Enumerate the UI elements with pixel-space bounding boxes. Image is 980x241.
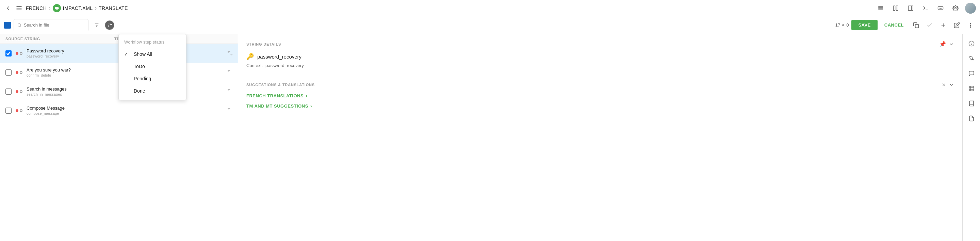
source-main-2: Are you sure you war? [27, 67, 128, 72]
french-translations-label: FRENCH TRANSLATIONS [247, 93, 304, 98]
top-nav: FRENCH › IMPACT.XML › TRANSLATE [0, 0, 980, 16]
svg-point-34 [970, 24, 971, 25]
dropdown-menu: Workflow step status ✓ Show All ✓ ToDo ✓… [118, 34, 186, 100]
right-panel: STRING DETAILS 📌 🔑 password_recovery Con… [238, 34, 962, 241]
svg-rect-11 [908, 6, 913, 11]
row-checkbox-2[interactable] [5, 69, 11, 75]
red-indicator [16, 71, 18, 74]
source-key-4: compose_message [27, 111, 128, 115]
svg-rect-14 [938, 6, 943, 10]
string-key-row: 🔑 password_recovery [247, 53, 954, 60]
svg-point-35 [970, 27, 971, 27]
edit-button[interactable] [951, 20, 962, 30]
row-indicators-3 [16, 90, 22, 93]
keyboard-icon[interactable] [935, 3, 946, 14]
string-details-title: STRING DETAILS [247, 42, 281, 46]
dropdown-label-todo: ToDo [134, 64, 145, 69]
main-toolbar: 17 0 SAVE CANCEL [0, 16, 980, 34]
save-button[interactable]: SAVE [851, 20, 877, 30]
cancel-button[interactable]: CANCEL [880, 20, 908, 30]
breadcrumb-french[interactable]: FRENCH [26, 5, 47, 11]
string-details-header: STRING DETAILS 📌 [247, 41, 954, 47]
green-indicator [20, 71, 22, 74]
dropdown-item-show-all[interactable]: ✓ Show All [119, 48, 186, 60]
sort-button[interactable] [105, 21, 115, 30]
row-checkbox-1[interactable] [5, 50, 11, 56]
dropdown-item-done[interactable]: ✓ Done [119, 85, 186, 97]
hamburger-button[interactable] [15, 4, 23, 12]
project-icon [53, 4, 61, 12]
dot-separator [842, 24, 844, 26]
breadcrumb-file[interactable]: IMPACT.XML [63, 5, 93, 11]
side-panel-icon[interactable] [905, 3, 916, 14]
back-button[interactable] [4, 4, 12, 12]
svg-rect-30 [915, 24, 919, 27]
search-box[interactable] [14, 19, 89, 31]
history-sidebar-btn[interactable] [965, 82, 978, 95]
check-icon-show-all: ✓ [124, 51, 130, 57]
columns-view-icon[interactable] [890, 3, 901, 14]
row-indicators-4 [16, 109, 22, 112]
counter-badge: 17 0 [835, 22, 849, 27]
dropdown-label-show-all: Show All [134, 51, 152, 57]
breadcrumb-sep-2: › [95, 5, 97, 11]
book-sidebar-btn[interactable] [965, 97, 978, 110]
copy-icon[interactable] [911, 20, 921, 30]
source-key-2: confirm_delete [27, 73, 128, 77]
key-icon: 🔑 [247, 53, 254, 60]
source-text-block-1: Password recovery password_recovery [27, 48, 128, 58]
counter-left: 17 [835, 22, 840, 27]
pin-icon[interactable]: 📌 [939, 41, 946, 47]
tm-mt-suggestions-label: TM AND MT SUGGESTIONS [247, 104, 308, 109]
comment-sidebar-btn[interactable] [965, 67, 978, 80]
chevron-down-icon[interactable] [949, 41, 954, 47]
close-suggestions-icon[interactable]: ✕ [942, 82, 946, 88]
french-translations-link[interactable]: FRENCH TRANSLATIONS › [247, 93, 954, 98]
dropdown-title: Workflow step status [119, 37, 186, 48]
translate-sidebar-btn[interactable] [965, 52, 978, 65]
settings-icon[interactable] [950, 3, 961, 14]
dropdown-label-done: Done [134, 88, 145, 94]
breadcrumb-sep-1: › [49, 5, 50, 11]
svg-point-20 [955, 7, 956, 9]
avatar[interactable] [965, 3, 976, 14]
far-right-sidebar [962, 34, 980, 241]
checkmark-icon[interactable] [924, 20, 935, 30]
suggestions-title: SUGGESTIONS & TRANSLATIONS [247, 83, 315, 87]
red-indicator [16, 52, 18, 55]
suggestions-chevron-icon[interactable] [949, 82, 954, 88]
info-sidebar-btn[interactable] [965, 37, 978, 50]
list-view-icon[interactable] [875, 3, 886, 14]
green-indicator [20, 90, 22, 93]
key-name: password_recovery [257, 54, 301, 59]
translation-area-4 [131, 107, 233, 114]
dropdown-item-todo[interactable]: ✓ ToDo [119, 60, 186, 72]
sort-text-icon-3 [227, 88, 232, 95]
breadcrumb-translate[interactable]: TRANSLATE [99, 5, 128, 11]
search-input[interactable] [24, 22, 85, 27]
svg-rect-10 [896, 6, 898, 11]
more-options-button[interactable] [965, 20, 976, 30]
svg-point-21 [18, 24, 21, 26]
col-source-header: SOURCE STRING [5, 37, 115, 41]
sort-text-icon-4 [227, 107, 232, 114]
counter-right: 0 [846, 22, 849, 27]
row-checkbox-3[interactable] [5, 88, 11, 95]
string-row[interactable]: Compose Message compose_message [0, 101, 238, 120]
terminal-icon[interactable] [920, 3, 931, 14]
file-sidebar-btn[interactable] [965, 112, 978, 125]
row-checkbox-4[interactable] [5, 108, 11, 114]
source-main-1: Password recovery [27, 48, 128, 53]
source-text-block-2: Are you sure you war? confirm_delete [27, 67, 128, 77]
green-indicator [20, 109, 22, 112]
dropdown-item-pending[interactable]: ✓ Pending [119, 72, 186, 85]
tm-mt-suggestions-link[interactable]: TM AND MT SUGGESTIONS › [247, 103, 954, 109]
add-button[interactable] [938, 20, 949, 30]
nav-right [875, 3, 976, 14]
svg-point-33 [970, 23, 971, 24]
chev-right-icon-2: › [310, 103, 312, 109]
source-main-4: Compose Message [27, 105, 128, 111]
search-icon [18, 23, 22, 27]
sort-text-icon-2 [227, 69, 232, 75]
filter-button[interactable] [91, 20, 102, 30]
